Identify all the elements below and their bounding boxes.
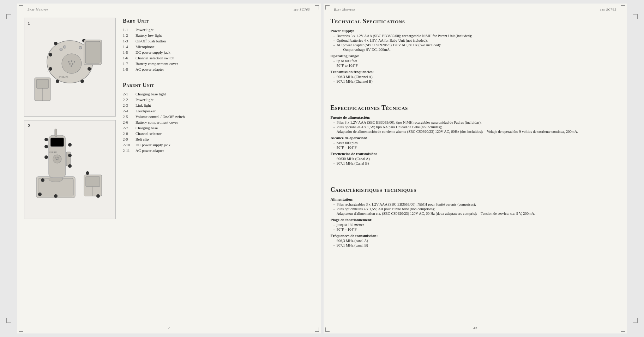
or-item-2: 50°F to 104°F bbox=[333, 64, 620, 67]
svg-rect-30 bbox=[55, 129, 57, 137]
list-item: 2-2Power light bbox=[123, 97, 310, 102]
right-top-mark bbox=[633, 14, 638, 19]
plage-label: Plage de fonctionnement: bbox=[331, 218, 620, 222]
right-page-number: 43 bbox=[473, 326, 477, 330]
list-item: 2-1Charging base light bbox=[123, 92, 310, 96]
item-number: 2-11 bbox=[123, 148, 133, 153]
svg-text:PHILIPS: PHILIPS bbox=[59, 76, 68, 78]
alcance-item-2: 50°F – 104°F bbox=[333, 146, 620, 149]
item-number: 1-7 bbox=[123, 61, 133, 66]
list-item: 2-5Volume control / On/Off switch bbox=[123, 114, 310, 119]
svg-point-35 bbox=[58, 158, 59, 159]
fuente-item-2: Pilas opcionales 4 x 1,5V; tipo AA para … bbox=[333, 125, 620, 129]
svg-point-14 bbox=[49, 53, 52, 57]
parent-unit-list: 2-1Charging base light2-2Power light2-3L… bbox=[123, 92, 310, 153]
svg-point-36 bbox=[56, 159, 57, 160]
esp-title: Especificaciones Técnicas bbox=[331, 104, 620, 112]
item-label: DC power supply jack bbox=[136, 50, 170, 54]
svg-point-51 bbox=[38, 193, 42, 196]
item-number: 1-1 bbox=[123, 28, 133, 32]
svg-point-44 bbox=[44, 138, 48, 141]
baby-unit-svg: PHILIPS bbox=[29, 23, 110, 111]
ps-note: – Output voltage 9V DC, 200mA. bbox=[341, 48, 620, 52]
parent-unit-title: Parent Unit bbox=[123, 82, 310, 88]
transmission-label: Transmission frequencies: bbox=[331, 70, 620, 74]
svg-point-3 bbox=[71, 60, 72, 62]
divider-1 bbox=[331, 97, 620, 97]
list-item: 2-10DC power supply jack bbox=[123, 143, 310, 147]
ps-item-2: Optional batteries 4 x 1.5V; AA for Baby… bbox=[333, 39, 620, 42]
svg-point-2 bbox=[68, 61, 70, 63]
baby-unit-title: Baby Unit bbox=[123, 18, 310, 24]
svg-rect-24 bbox=[85, 41, 100, 63]
svg-point-48 bbox=[68, 164, 72, 168]
item-label: Volume control / On/Off switch bbox=[136, 114, 185, 119]
fuente-item-1: Pilas 3 x 1,2V AAA (SBC EB3655/00); tipo… bbox=[333, 120, 620, 124]
item-label: AC power adapter bbox=[136, 67, 164, 71]
left-page-footer: 2 bbox=[17, 322, 321, 333]
item-number: 2-5 bbox=[123, 114, 133, 119]
list-item: 2-3Link light bbox=[123, 103, 310, 107]
svg-point-37 bbox=[58, 159, 59, 160]
svg-point-1 bbox=[62, 54, 82, 73]
item-number: 1-3 bbox=[123, 39, 133, 43]
fq-item-1: 906,3 MHz (canal A) bbox=[333, 239, 620, 243]
tr-item-2: 907.1 MHz (Channel B) bbox=[333, 79, 620, 83]
left-page-content: 1 bbox=[17, 14, 321, 322]
item-number: 2-3 bbox=[123, 103, 133, 107]
top-mark bbox=[6, 14, 11, 19]
svg-rect-31 bbox=[50, 138, 64, 147]
item-label: Charging base bbox=[136, 126, 158, 130]
svg-point-49 bbox=[54, 194, 58, 198]
diagram-1-label: 1 bbox=[28, 21, 30, 26]
svg-point-46 bbox=[68, 154, 72, 157]
left-page-number: 2 bbox=[168, 326, 170, 330]
item-number: 2-4 bbox=[123, 109, 133, 113]
item-label: Channel selection switch bbox=[136, 56, 174, 60]
tr-item-1: 906.3 MHz (Channel A) bbox=[333, 75, 620, 79]
right-margin bbox=[630, 4, 640, 333]
item-label: Link light bbox=[136, 103, 151, 107]
header-left-model: sbc SC765 bbox=[294, 8, 310, 11]
svg-point-45 bbox=[44, 145, 48, 148]
right-page: Baby Monitor sbc SC765 Technical Specifi… bbox=[324, 4, 627, 333]
item-label: Channel selector bbox=[136, 131, 162, 136]
list-item: 2-8Channel selector bbox=[123, 131, 310, 136]
svg-point-7 bbox=[71, 65, 72, 67]
list-item: 1-7Battery compartment cover bbox=[123, 61, 310, 66]
power-supply-label: Power supply: bbox=[331, 29, 620, 33]
fuente-item-3: Adaptador de alimentación de corriente a… bbox=[333, 130, 620, 134]
svg-point-47 bbox=[68, 143, 72, 147]
list-item: 1-8AC power adapter bbox=[123, 67, 310, 71]
header-right-brand: Baby Monitor bbox=[334, 8, 355, 11]
item-number: 2-6 bbox=[123, 120, 133, 124]
list-item: 2-7Charging base bbox=[123, 126, 310, 130]
diagrams-column: 1 bbox=[24, 18, 116, 315]
parent-unit-section: Parent Unit 2-1Charging base light2-2Pow… bbox=[123, 82, 310, 153]
alcance-label: Alcance de operación: bbox=[331, 136, 620, 140]
svg-point-11 bbox=[79, 46, 82, 49]
left-page-header: Baby Monitor sbc SC765 bbox=[17, 4, 321, 14]
text-column: Baby Unit 1-1Power light1-2Battery low l… bbox=[119, 18, 314, 315]
item-label: Battery low light bbox=[136, 33, 162, 37]
item-label: DC power supply jack bbox=[136, 143, 170, 147]
diagram-parent-unit: 2 bbox=[24, 120, 116, 219]
ps-item-3: AC power adapter (SBC CS0920/23) 120V AC… bbox=[333, 43, 620, 47]
header-right-model: sbc SC765 bbox=[600, 8, 616, 11]
svg-point-5 bbox=[69, 63, 71, 65]
left-margin bbox=[4, 4, 14, 333]
svg-point-34 bbox=[57, 157, 58, 158]
diagram-2-label: 2 bbox=[28, 123, 30, 129]
alimentation-label: Alimentation: bbox=[331, 197, 620, 201]
svg-rect-21 bbox=[36, 79, 49, 88]
parent-unit-svg: PHILIPS bbox=[29, 125, 110, 214]
svg-point-19 bbox=[80, 79, 84, 83]
fq-item-2: 907,1 MHz (canal B) bbox=[333, 243, 620, 247]
svg-point-50 bbox=[44, 155, 48, 159]
alim-item-1: Piles rechargeables 3 x 1,2V AAA (SBC EB… bbox=[333, 202, 620, 206]
right-bottom-mark bbox=[633, 318, 638, 323]
item-label: Battery compartment cover bbox=[136, 61, 178, 66]
frecuencias-item-2: 907,1 MHz (Canal B) bbox=[333, 161, 620, 165]
svg-point-9 bbox=[60, 48, 62, 51]
svg-point-12 bbox=[54, 42, 58, 45]
